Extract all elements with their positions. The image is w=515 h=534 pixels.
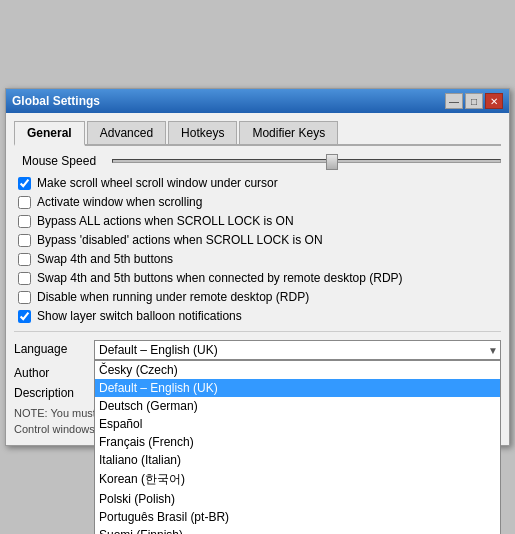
checkbox-label-show_balloon: Show layer switch balloon notifications (37, 309, 242, 323)
checkbox-swap_4th_5th[interactable] (18, 253, 31, 266)
minimize-button[interactable]: — (445, 93, 463, 109)
language-option-french[interactable]: Français (French) (95, 433, 500, 451)
checkbox-row-scroll_under_cursor: Make scroll wheel scroll window under cu… (14, 176, 501, 190)
checkbox-row-disable_rdp: Disable when running under remote deskto… (14, 290, 501, 304)
checkbox-bypass_scroll_lock[interactable] (18, 215, 31, 228)
checkbox-label-swap_4th_5th: Swap 4th and 5th buttons (37, 252, 173, 266)
checkbox-label-scroll_under_cursor: Make scroll wheel scroll window under cu… (37, 176, 278, 190)
dropdown-arrow-icon: ▼ (488, 345, 498, 356)
checkbox-row-activate_on_scroll: Activate window when scrolling (14, 195, 501, 209)
title-bar: Global Settings — □ ✕ (6, 89, 509, 113)
language-option-czech[interactable]: Česky (Czech) (95, 361, 500, 379)
checkbox-swap_4th_5th_rdp[interactable] (18, 272, 31, 285)
description-label: Description (14, 384, 94, 400)
language-option-spanish[interactable]: Español (95, 415, 500, 433)
close-button[interactable]: ✕ (485, 93, 503, 109)
author-label: Author (14, 364, 94, 380)
language-dropdown-button[interactable]: Default – English (UK) ▼ (94, 340, 501, 360)
language-dropdown-list: Česky (Czech)Default – English (UK)Deuts… (94, 360, 501, 534)
global-settings-window: Global Settings — □ ✕ General Advanced H… (5, 88, 510, 446)
window-title: Global Settings (12, 94, 100, 108)
tab-general[interactable]: General (14, 121, 85, 146)
checkbox-row-show_balloon: Show layer switch balloon notifications (14, 309, 501, 323)
checkbox-label-swap_4th_5th_rdp: Swap 4th and 5th buttons when connected … (37, 271, 403, 285)
tab-advanced[interactable]: Advanced (87, 121, 166, 144)
checkbox-label-disable_rdp: Disable when running under remote deskto… (37, 290, 309, 304)
checkbox-row-swap_4th_5th_rdp: Swap 4th and 5th buttons when connected … (14, 271, 501, 285)
checkbox-label-bypass_disabled_scroll: Bypass 'disabled' actions when SCROLL LO… (37, 233, 323, 247)
checkbox-label-activate_on_scroll: Activate window when scrolling (37, 195, 202, 209)
checkbox-disable_rdp[interactable] (18, 291, 31, 304)
checkbox-row-bypass_scroll_lock: Bypass ALL actions when SCROLL LOCK is O… (14, 214, 501, 228)
tab-hotkeys[interactable]: Hotkeys (168, 121, 237, 144)
mouse-speed-slider[interactable] (112, 159, 501, 163)
language-option-german[interactable]: Deutsch (German) (95, 397, 500, 415)
checkbox-label-bypass_scroll_lock: Bypass ALL actions when SCROLL LOCK is O… (37, 214, 294, 228)
checkbox-show_balloon[interactable] (18, 310, 31, 323)
language-option-polish[interactable]: Polski (Polish) (95, 490, 500, 508)
language-label: Language (14, 340, 94, 356)
language-selected-value: Default – English (UK) (99, 343, 218, 357)
form-section: Language Default – English (UK) ▼ Česky … (14, 331, 501, 437)
maximize-button[interactable]: □ (465, 93, 483, 109)
checkbox-list: Make scroll wheel scroll window under cu… (14, 176, 501, 323)
checkbox-scroll_under_cursor[interactable] (18, 177, 31, 190)
language-option-finnish[interactable]: Suomi (Finnish) (95, 526, 500, 534)
tab-modifier-keys[interactable]: Modifier Keys (239, 121, 338, 144)
checkbox-row-bypass_disabled_scroll: Bypass 'disabled' actions when SCROLL LO… (14, 233, 501, 247)
slider-thumb[interactable] (326, 154, 338, 170)
language-option-portuguese_br[interactable]: Português Brasil (pt-BR) (95, 508, 500, 526)
language-option-default_en_uk[interactable]: Default – English (UK) (95, 379, 500, 397)
checkbox-row-swap_4th_5th: Swap 4th and 5th buttons (14, 252, 501, 266)
language-row: Language Default – English (UK) ▼ Česky … (14, 340, 501, 360)
tabs-bar: General Advanced Hotkeys Modifier Keys (14, 121, 501, 146)
checkbox-bypass_disabled_scroll[interactable] (18, 234, 31, 247)
checkbox-activate_on_scroll[interactable] (18, 196, 31, 209)
language-dropdown-container: Default – English (UK) ▼ Česky (Czech)De… (94, 340, 501, 360)
mouse-speed-row: Mouse Speed (14, 154, 501, 168)
mouse-speed-label: Mouse Speed (22, 154, 112, 168)
language-option-italian[interactable]: Italiano (Italian) (95, 451, 500, 469)
window-controls: — □ ✕ (445, 93, 503, 109)
window-content: General Advanced Hotkeys Modifier Keys M… (6, 113, 509, 445)
language-option-korean[interactable]: Korean (한국어) (95, 469, 500, 490)
